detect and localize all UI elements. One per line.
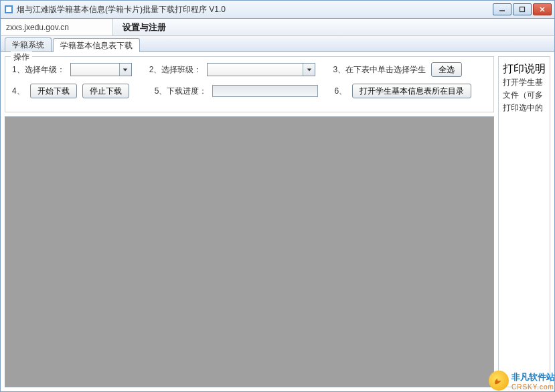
chevron-down-icon (303, 64, 315, 76)
label-select-class: 2、选择班级： (149, 64, 202, 76)
svg-rect-3 (520, 7, 525, 12)
svg-rect-1 (6, 7, 11, 12)
settings-register-button[interactable]: 设置与注册 (113, 19, 175, 35)
watermark-logo-icon (489, 371, 509, 391)
tab-xueji-system[interactable]: 学籍系统 (5, 37, 52, 52)
address-display: zxxs.jxedu.gov.cn (1, 19, 113, 35)
content-area: 操作 1、选择年级： 2、选择班级： 3、在 (0, 52, 555, 392)
window-title: 烟与江难版学籍基本信息(学籍卡片)批量下载打印程序 V1.0 (17, 4, 493, 15)
watermark-url: CRSKY.com (511, 383, 555, 391)
label-6: 6、 (334, 86, 347, 97)
tab-download-info[interactable]: 学籍基本信息表下载 (53, 38, 140, 52)
print-text-line: 文件（可多 (503, 89, 546, 102)
print-text-line: 打开学生基 (503, 76, 546, 89)
chevron-down-icon (119, 64, 131, 76)
watermark-name: 非凡软件站 (511, 371, 555, 383)
svg-marker-7 (307, 68, 311, 71)
download-progress-bar (212, 85, 318, 97)
grade-combobox[interactable] (70, 63, 132, 76)
document-viewer[interactable] (5, 116, 494, 387)
title-bar: 烟与江难版学籍基本信息(学籍卡片)批量下载打印程序 V1.0 (0, 0, 555, 19)
svg-marker-6 (123, 68, 127, 71)
minimize-button[interactable] (493, 3, 511, 15)
class-combobox[interactable] (207, 63, 315, 76)
window-controls (493, 3, 552, 15)
maximize-button[interactable] (513, 3, 532, 15)
stop-download-button[interactable]: 停止下载 (82, 84, 129, 98)
print-text-line: 打印选中的 (503, 102, 546, 114)
start-download-button[interactable]: 开始下载 (30, 84, 77, 98)
label-progress: 5、下载进度： (155, 86, 208, 97)
toolbar: zxxs.jxedu.gov.cn 设置与注册 (0, 19, 555, 36)
operations-legend: 操作 (11, 52, 32, 63)
watermark: 非凡软件站 CRSKY.com (489, 371, 555, 391)
label-4: 4、 (12, 86, 25, 97)
close-button[interactable] (533, 3, 552, 15)
tab-strip: 学籍系统 学籍基本信息表下载 (0, 36, 555, 52)
operations-group: 操作 1、选择年级： 2、选择班级： 3、在 (5, 56, 494, 112)
app-icon (3, 4, 14, 15)
print-instructions-group: 打印说明 打开学生基 文件（可多 打印选中的 (498, 56, 550, 387)
label-select-student: 3、在下表中单击选择学生 (333, 64, 426, 76)
select-all-button[interactable]: 全选 (431, 62, 462, 77)
label-select-grade: 1、选择年级： (12, 64, 65, 76)
open-directory-button[interactable]: 打开学生基本信息表所在目录 (352, 84, 471, 98)
print-instructions-legend: 打印说明 (503, 63, 546, 74)
